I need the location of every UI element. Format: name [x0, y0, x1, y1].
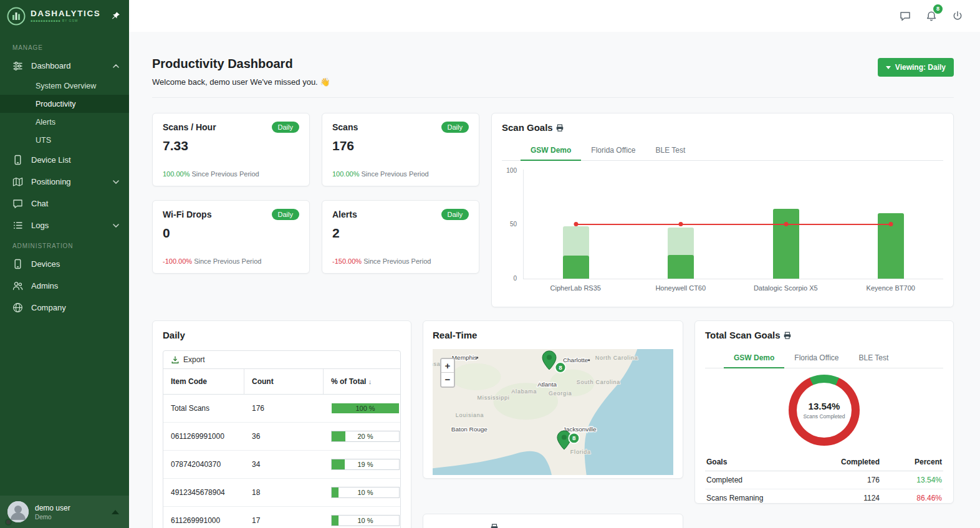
tab-florida-office[interactable]: Florida Office	[784, 348, 848, 368]
sidebar-item-positioning[interactable]: Positioning	[0, 171, 129, 193]
target-point	[574, 222, 579, 226]
tab-florida-office[interactable]: Florida Office	[581, 140, 645, 161]
table-row: 078742040370 34 19 %	[163, 451, 400, 479]
nav-label: Devices	[31, 259, 60, 269]
partial-card-below-fold	[423, 514, 683, 528]
map-canvas[interactable]: Memphis Charlotte North Carolina Atlanta…	[433, 349, 673, 475]
map-label-louisiana: Louisiana	[456, 412, 484, 418]
card-title: Real-Time	[433, 330, 673, 340]
viewing-button-label: Viewing: Daily	[895, 63, 946, 72]
sidebar-item-company[interactable]: Company	[0, 297, 129, 319]
map-zoom-control: + −	[440, 358, 455, 388]
svg-text:8: 8	[559, 364, 562, 371]
user-name: demo user	[35, 504, 70, 512]
nav-label: Dashboard	[31, 61, 71, 70]
chevron-up-icon	[113, 64, 119, 68]
sidebar-item-logs[interactable]: Logs	[0, 214, 129, 236]
sidebar-item-system-overview[interactable]: System Overview	[0, 77, 129, 95]
pct-bar: 19 %	[331, 459, 400, 470]
table-row: 611269991000 17 10 %	[163, 507, 400, 528]
card-title: Total Scan Goals	[705, 330, 781, 340]
x-label: Keyence BT700	[838, 284, 944, 292]
zoom-in-button[interactable]: +	[441, 359, 454, 373]
sidebar-item-dashboard[interactable]: Dashboard	[0, 55, 129, 77]
page-title: Productivity Dashboard	[152, 57, 330, 71]
donut-chart-wrap: 13.54% Scans Completed	[705, 375, 943, 446]
sort-desc-icon[interactable]: ↓	[368, 378, 372, 385]
sidebar-user[interactable]: demo user Demo	[0, 496, 129, 528]
target-point	[784, 222, 788, 226]
viewing-period-button[interactable]: Viewing: Daily	[878, 58, 954, 77]
realtime-map[interactable]: Memphis Charlotte North Carolina Atlanta…	[433, 349, 673, 475]
nav-label: Chat	[31, 199, 48, 208]
tab-gsw-demo[interactable]: GSW Demo	[521, 140, 581, 161]
sliders-icon	[12, 60, 23, 71]
sidebar-item-productivity[interactable]: Productivity	[0, 95, 129, 113]
welcome-message: Welcome back, demo user We've missed you…	[152, 77, 330, 87]
nav-label: Productivity	[36, 100, 76, 108]
marker-cluster-badge[interactable]: 8	[569, 433, 579, 444]
pin-sidebar-icon[interactable]	[110, 10, 122, 22]
tablet-icon	[12, 155, 23, 165]
stat-value: 0	[163, 226, 299, 241]
export-row: Export	[163, 351, 400, 369]
stat-period-badge: Daily	[441, 209, 469, 220]
download-icon	[171, 355, 180, 364]
sidebar-item-chat[interactable]: Chat	[0, 193, 129, 214]
sidebar-nav: MANAGE Dashboard System Overview Product…	[0, 32, 129, 496]
tab-gsw-demo[interactable]: GSW Demo	[724, 348, 784, 368]
nav-label: Admins	[31, 281, 58, 290]
power-button[interactable]	[950, 9, 965, 24]
item-code: 0611269991000	[163, 424, 244, 449]
daily-table: Export Item Code Count % of Total ↓ Tota…	[163, 350, 401, 528]
count: 34	[244, 452, 324, 477]
sidebar-item-alerts[interactable]: Alerts	[0, 113, 129, 131]
nav-label: UTS	[36, 136, 51, 145]
header-divider	[152, 97, 954, 98]
stat-card-wifi-drops: Wi-Fi Drops Daily 0 -100.00% Since Previ…	[152, 200, 310, 274]
print-icon[interactable]	[490, 523, 499, 528]
completed-bar	[773, 209, 799, 279]
app-root: DASHALYTICS ■■■■■■■■■■■■ BY GSW MANAGE D…	[0, 0, 980, 528]
tab-ble-test[interactable]: BLE Test	[848, 348, 898, 368]
goal-value: 176	[805, 476, 880, 484]
print-icon[interactable]	[783, 331, 792, 340]
export-button[interactable]: Export	[171, 355, 205, 364]
page-head: Productivity Dashboard Welcome back, dem…	[152, 57, 954, 87]
map-label-atlanta: Atlanta	[537, 381, 557, 388]
sidebar-item-admins[interactable]: Admins	[0, 275, 129, 297]
col-count: Count	[244, 369, 324, 394]
collapse-up-icon[interactable]	[112, 510, 119, 514]
scan-goals-bar-chart: 100 50 0	[502, 170, 943, 292]
stats-grid: Scans / Hour Daily 7.33 100.00% Since Pr…	[152, 113, 479, 274]
map-label-alabama: Alabama	[511, 388, 537, 395]
chat-bubble-icon	[12, 198, 23, 209]
sidebar-item-uts[interactable]: UTS	[0, 131, 129, 149]
marker-cluster-badge[interactable]: 8	[555, 362, 565, 373]
map-label-mississippi: Mississippi	[478, 395, 510, 401]
tab-ble-test[interactable]: BLE Test	[645, 140, 695, 161]
col-item-code: Item Code	[163, 369, 244, 394]
middle-column: Real-Time Memphis Cha	[423, 320, 683, 528]
goal-percent: 86.46%	[880, 494, 942, 502]
print-icon[interactable]	[555, 123, 564, 132]
zoom-out-button[interactable]: −	[441, 373, 454, 386]
item-code: 078742040370	[163, 452, 244, 477]
section-label-administration: ADMINISTRATION	[12, 242, 129, 249]
map-label-south-carolina: South Carolina	[577, 379, 620, 385]
stat-card-alerts: Alerts Daily 2 -150.00% Since Previous P…	[322, 200, 479, 274]
sidebar-item-device-list[interactable]: Device List	[0, 149, 129, 171]
notifications-button[interactable]: 8	[924, 9, 939, 24]
chat-button[interactable]	[898, 9, 913, 24]
goal-percent: 13.54%	[880, 476, 942, 484]
x-label: CipherLab RS35	[523, 284, 628, 292]
target-point	[679, 222, 683, 226]
logo-subtitle: ■■■■■■■■■■■■ BY GSW	[31, 19, 100, 22]
item-code: 611269991000	[163, 508, 244, 528]
stat-period-badge: Daily	[441, 122, 469, 133]
stat-caption: Since Previous Period	[362, 170, 429, 178]
page-head-texts: Productivity Dashboard Welcome back, dem…	[152, 57, 330, 87]
goals-table-row: Completed 176 13.54%	[705, 471, 943, 489]
sidebar-item-devices[interactable]: Devices	[0, 253, 129, 275]
nav-label: Positioning	[31, 177, 71, 186]
